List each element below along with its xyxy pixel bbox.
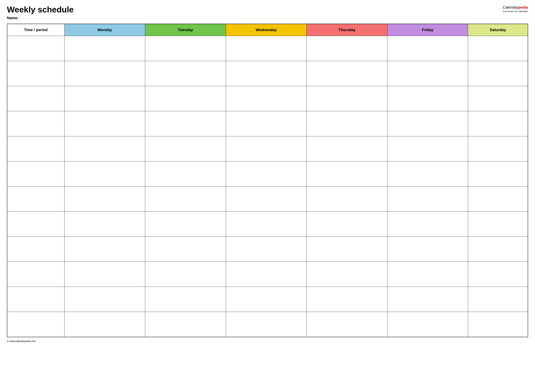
schedule-cell[interactable] bbox=[226, 262, 307, 287]
schedule-cell[interactable] bbox=[387, 161, 468, 187]
schedule-cell[interactable] bbox=[307, 161, 387, 187]
schedule-cell[interactable] bbox=[468, 111, 528, 136]
schedule-cell[interactable] bbox=[387, 312, 468, 337]
schedule-cell[interactable] bbox=[64, 212, 145, 237]
time-cell[interactable] bbox=[7, 262, 64, 287]
schedule-cell[interactable] bbox=[64, 237, 145, 262]
schedule-cell[interactable] bbox=[145, 136, 226, 161]
schedule-cell[interactable] bbox=[64, 262, 145, 287]
schedule-cell[interactable] bbox=[145, 61, 226, 86]
schedule-body bbox=[7, 36, 528, 337]
schedule-cell[interactable] bbox=[64, 287, 145, 312]
schedule-cell[interactable] bbox=[64, 86, 145, 111]
schedule-cell[interactable] bbox=[64, 187, 145, 212]
logo-calendar: Calendar bbox=[503, 5, 518, 9]
schedule-cell[interactable] bbox=[145, 312, 226, 337]
time-cell[interactable] bbox=[7, 61, 64, 86]
schedule-cell[interactable] bbox=[64, 161, 145, 187]
schedule-cell[interactable] bbox=[468, 161, 528, 187]
schedule-cell[interactable] bbox=[226, 86, 307, 111]
schedule-cell[interactable] bbox=[307, 111, 387, 136]
schedule-cell[interactable] bbox=[145, 262, 226, 287]
schedule-cell[interactable] bbox=[468, 136, 528, 161]
time-cell[interactable] bbox=[7, 237, 64, 262]
table-row bbox=[7, 36, 528, 61]
schedule-cell[interactable] bbox=[468, 287, 528, 312]
weekly-schedule-table: Time / period Monday Tuesday Wednesday T… bbox=[7, 24, 528, 337]
schedule-cell[interactable] bbox=[387, 212, 468, 237]
schedule-cell[interactable] bbox=[468, 212, 528, 237]
time-cell[interactable] bbox=[7, 111, 64, 136]
logo-pedia: pedia bbox=[518, 5, 528, 9]
schedule-cell[interactable] bbox=[226, 111, 307, 136]
schedule-cell[interactable] bbox=[387, 287, 468, 312]
schedule-cell[interactable] bbox=[64, 61, 145, 86]
schedule-cell[interactable] bbox=[307, 237, 387, 262]
schedule-cell[interactable] bbox=[226, 136, 307, 161]
schedule-cell[interactable] bbox=[64, 312, 145, 337]
schedule-cell[interactable] bbox=[387, 237, 468, 262]
time-cell[interactable] bbox=[7, 86, 64, 111]
schedule-cell[interactable] bbox=[387, 262, 468, 287]
schedule-cell[interactable] bbox=[307, 312, 387, 337]
schedule-cell[interactable] bbox=[226, 212, 307, 237]
schedule-cell[interactable] bbox=[468, 237, 528, 262]
schedule-cell[interactable] bbox=[307, 61, 387, 86]
schedule-cell[interactable] bbox=[387, 61, 468, 86]
schedule-cell[interactable] bbox=[226, 237, 307, 262]
table-row bbox=[7, 262, 528, 287]
schedule-cell[interactable] bbox=[468, 312, 528, 337]
schedule-cell[interactable] bbox=[64, 36, 145, 61]
schedule-cell[interactable] bbox=[226, 312, 307, 337]
schedule-cell[interactable] bbox=[307, 187, 387, 212]
schedule-cell[interactable] bbox=[387, 187, 468, 212]
schedule-cell[interactable] bbox=[468, 36, 528, 61]
schedule-cell[interactable] bbox=[307, 36, 387, 61]
schedule-cell[interactable] bbox=[64, 136, 145, 161]
schedule-cell[interactable] bbox=[307, 136, 387, 161]
col-header-monday: Monday bbox=[64, 24, 145, 36]
time-cell[interactable] bbox=[7, 136, 64, 161]
col-header-saturday: Saturday bbox=[468, 24, 528, 36]
schedule-cell[interactable] bbox=[387, 136, 468, 161]
schedule-cell[interactable] bbox=[307, 212, 387, 237]
schedule-cell[interactable] bbox=[145, 237, 226, 262]
schedule-cell[interactable] bbox=[145, 187, 226, 212]
col-header-friday: Friday bbox=[387, 24, 468, 36]
schedule-cell[interactable] bbox=[468, 86, 528, 111]
schedule-cell[interactable] bbox=[145, 111, 226, 136]
logo-text: Calendarpedia bbox=[502, 5, 528, 10]
table-row bbox=[7, 312, 528, 337]
schedule-cell[interactable] bbox=[145, 36, 226, 61]
schedule-cell[interactable] bbox=[387, 86, 468, 111]
time-cell[interactable] bbox=[7, 312, 64, 337]
schedule-cell[interactable] bbox=[387, 36, 468, 61]
schedule-cell[interactable] bbox=[307, 86, 387, 111]
schedule-cell[interactable] bbox=[387, 111, 468, 136]
schedule-cell[interactable] bbox=[226, 187, 307, 212]
schedule-cell[interactable] bbox=[145, 287, 226, 312]
schedule-cell[interactable] bbox=[145, 161, 226, 187]
schedule-cell[interactable] bbox=[145, 86, 226, 111]
time-cell[interactable] bbox=[7, 287, 64, 312]
time-cell[interactable] bbox=[7, 212, 64, 237]
time-cell[interactable] bbox=[7, 36, 64, 61]
schedule-cell[interactable] bbox=[307, 287, 387, 312]
table-row bbox=[7, 187, 528, 212]
schedule-cell[interactable] bbox=[468, 61, 528, 86]
schedule-cell[interactable] bbox=[468, 187, 528, 212]
col-header-time: Time / period bbox=[7, 24, 64, 36]
col-header-tuesday: Tuesday bbox=[145, 24, 226, 36]
schedule-cell[interactable] bbox=[307, 262, 387, 287]
schedule-cell[interactable] bbox=[468, 262, 528, 287]
schedule-cell[interactable] bbox=[64, 111, 145, 136]
schedule-cell[interactable] bbox=[226, 61, 307, 86]
time-cell[interactable] bbox=[7, 161, 64, 187]
schedule-cell[interactable] bbox=[226, 161, 307, 187]
col-header-wednesday: Wednesday bbox=[226, 24, 307, 36]
schedule-cell[interactable] bbox=[226, 36, 307, 61]
title-section: Weekly schedule Name: bbox=[7, 5, 499, 20]
time-cell[interactable] bbox=[7, 187, 64, 212]
schedule-cell[interactable] bbox=[145, 212, 226, 237]
schedule-cell[interactable] bbox=[226, 287, 307, 312]
